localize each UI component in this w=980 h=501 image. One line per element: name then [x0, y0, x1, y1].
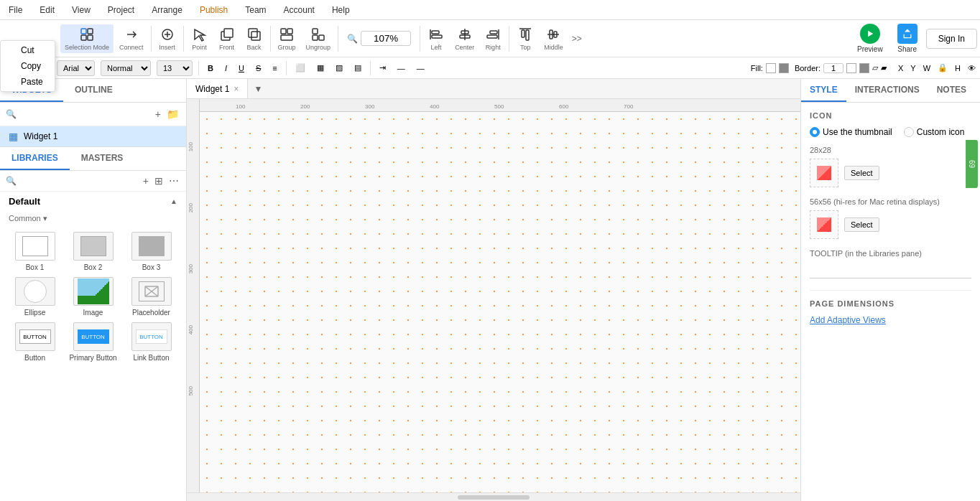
outdent-button[interactable]: —	[394, 62, 408, 74]
copy-item[interactable]: Copy	[1, 58, 55, 74]
align-right-button[interactable]: Right	[480, 24, 506, 53]
main-layout: WIDGETS OUTLINE 🔍 + 📁 ▦ Widget 1 LIBRARI…	[0, 79, 980, 501]
menu-project[interactable]: Project	[105, 4, 137, 17]
zoom-input[interactable]: 107%	[361, 31, 411, 46]
add-group-button[interactable]: +	[154, 107, 162, 121]
select-btn-56[interactable]: Select	[844, 217, 879, 232]
scrollbar-horizontal[interactable]	[187, 492, 800, 501]
interactions-tab[interactable]: INTERACTIONS	[846, 79, 928, 102]
more-button[interactable]: >>	[569, 31, 585, 47]
lib-add-button[interactable]: +	[142, 174, 150, 188]
lib-search-input[interactable]	[19, 176, 139, 186]
box3-thumb	[131, 232, 172, 261]
align-center-text-button[interactable]: ▦	[314, 62, 327, 74]
folder-button[interactable]: 📁	[165, 107, 180, 121]
fill-color-dark[interactable]	[779, 63, 789, 73]
border-color-dark[interactable]	[859, 63, 869, 73]
widget-cell-primary-button[interactable]: BUTTON Primary Button	[67, 322, 119, 362]
strikethrough-button[interactable]: S	[253, 62, 264, 74]
border-color-white[interactable]	[846, 63, 856, 73]
bold-button[interactable]: B	[205, 62, 216, 74]
preview-icon	[860, 24, 880, 44]
dash-button[interactable]: —	[414, 62, 427, 74]
menu-publish[interactable]: Publish	[197, 4, 231, 17]
lib-more-button[interactable]: ⋯	[167, 174, 180, 188]
italic-button[interactable]: I	[222, 62, 230, 74]
widget-cell-box1[interactable]: Box 1	[9, 232, 61, 271]
align-center-button[interactable]: Center	[450, 24, 479, 53]
widget-cell-button[interactable]: BUTTON Button	[9, 322, 61, 362]
front-button[interactable]: Front	[214, 24, 240, 53]
canvas-tab-more[interactable]: ▼	[248, 84, 268, 94]
border-input[interactable]	[823, 63, 843, 73]
align-top-button[interactable]: Top	[512, 24, 538, 53]
svg-rect-28	[522, 30, 524, 37]
tooltip-input[interactable]	[810, 262, 971, 278]
widget-cell-link-button[interactable]: BUTTON Link Button	[125, 322, 177, 362]
lib-copy-button[interactable]: ⊞	[153, 174, 165, 188]
ruler-left-100: 100	[188, 142, 194, 151]
menu-arrange[interactable]: Arrange	[149, 4, 185, 17]
use-thumbnail-option[interactable]: Use the thumbnail	[810, 127, 892, 137]
toolbar-right: Preview Share Sign In	[851, 22, 977, 55]
bullets-button[interactable]: ≡	[269, 62, 279, 74]
widget-cell-ellipse[interactable]: Ellipse	[9, 277, 61, 317]
back-button[interactable]: Back	[241, 24, 267, 53]
canvas-tab-close[interactable]: ×	[234, 84, 239, 94]
cut-label: Cut	[21, 45, 34, 55]
ruler-mark-600: 600	[559, 103, 568, 110]
notes-tab[interactable]: NOTES	[928, 79, 975, 102]
insert-button[interactable]: Insert	[154, 24, 180, 53]
size-select[interactable]: 13	[157, 60, 193, 76]
menu-edit[interactable]: Edit	[37, 4, 57, 17]
indent-button[interactable]: ⇥	[376, 62, 389, 74]
add-adaptive-views-link[interactable]: Add Adaptive Views	[810, 315, 886, 325]
group-button[interactable]: Group	[274, 24, 300, 53]
ungroup-button[interactable]: Ungroup	[302, 24, 336, 53]
menu-view[interactable]: View	[69, 4, 93, 17]
select-btn-28[interactable]: Select	[844, 166, 879, 180]
svg-rect-2	[81, 35, 86, 40]
widget-cell-box3[interactable]: Box 3	[125, 232, 177, 271]
search-input[interactable]	[21, 109, 149, 119]
justify-button[interactable]: ▤	[351, 62, 364, 74]
widget-cell-image[interactable]: Image	[67, 277, 119, 317]
font-select[interactable]: Arial	[57, 60, 95, 76]
widget-cell-placeholder[interactable]: Placeholder	[125, 277, 177, 317]
cut-item[interactable]: Cut	[1, 42, 55, 58]
menu-account[interactable]: Account	[281, 4, 318, 17]
connect-button[interactable]: Connect	[115, 24, 148, 53]
icon-section-title: ICON	[810, 111, 971, 120]
selection-mode-label: Selection Mode	[65, 44, 109, 51]
widget-item-1[interactable]: ▦ Widget 1	[0, 126, 186, 146]
use-thumbnail-radio[interactable]	[810, 127, 820, 137]
align-middle-icon	[545, 27, 561, 42]
libraries-tab[interactable]: LIBRARIES	[0, 147, 70, 170]
canvas-tab-widget1[interactable]: Widget 1 ×	[187, 79, 248, 98]
align-right-text-button[interactable]: ▨	[333, 62, 346, 74]
menu-file[interactable]: File	[6, 4, 25, 17]
point-button[interactable]: Point	[187, 24, 213, 53]
share-button[interactable]: Share	[892, 22, 923, 55]
masters-tab[interactable]: MASTERS	[70, 147, 135, 170]
scroll-thumb[interactable]	[458, 495, 530, 500]
menu-help[interactable]: Help	[329, 4, 353, 17]
menu-team[interactable]: Team	[242, 4, 269, 17]
style-tab[interactable]: STYLE	[801, 79, 846, 102]
paste-item[interactable]: Paste	[1, 74, 55, 90]
canvas-content	[200, 112, 800, 492]
selection-mode-button[interactable]: Selection Mode	[60, 24, 114, 53]
align-left-text-button[interactable]: ⬜	[292, 62, 308, 74]
custom-icon-option[interactable]: Custom icon	[904, 127, 965, 137]
menubar: File Edit View Project Arrange Publish T…	[0, 0, 980, 20]
outline-tab[interactable]: OUTLINE	[63, 79, 124, 102]
style-normal-select[interactable]: Normal	[101, 60, 151, 76]
widget-cell-box2[interactable]: Box 2	[67, 232, 119, 271]
align-middle-button[interactable]: Middle	[540, 24, 568, 53]
align-left-button[interactable]: Left	[423, 24, 449, 53]
fill-color-white[interactable]	[766, 63, 776, 73]
preview-button[interactable]: Preview	[851, 22, 889, 55]
custom-icon-radio[interactable]	[904, 127, 914, 137]
sign-in-button[interactable]: Sign In	[926, 29, 977, 49]
underline-button[interactable]: U	[236, 62, 247, 74]
